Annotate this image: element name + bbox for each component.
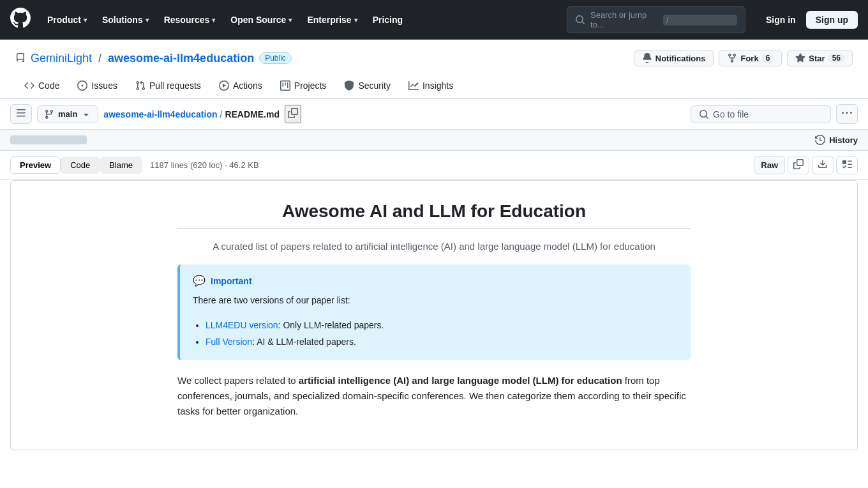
auth-buttons: Sign in Sign up — [761, 11, 858, 29]
nav-pricing[interactable]: Pricing — [366, 10, 409, 30]
history-button[interactable]: History — [815, 135, 858, 145]
star-icon — [795, 53, 805, 63]
bell-icon — [642, 53, 652, 63]
body-text-before: We collect papers related to — [177, 375, 299, 386]
star-button[interactable]: Star 56 — [787, 50, 853, 66]
callout-icon: 💬 — [193, 275, 206, 287]
repo-tabs: Code Issues Pull requests Actions Projec… — [15, 74, 853, 98]
copy-icon — [288, 108, 298, 118]
readme-callout: 💬 Important There are two versions of ou… — [177, 264, 691, 360]
tab-code[interactable]: Code — [15, 74, 68, 98]
projects-icon — [280, 80, 290, 91]
full-version-link[interactable]: Full Version — [206, 337, 252, 347]
notifications-button[interactable]: Notifications — [634, 50, 714, 66]
star-count: 56 — [828, 54, 844, 63]
nav-product[interactable]: Product ▾ — [41, 10, 93, 30]
llm4edu-link[interactable]: LLM4EDU version — [206, 320, 278, 330]
preview-tab[interactable]: Preview — [10, 156, 61, 174]
signin-button[interactable]: Sign in — [761, 11, 801, 28]
code-icon — [24, 80, 34, 91]
tab-projects[interactable]: Projects — [271, 74, 336, 98]
nav-open-source[interactable]: Open Source ▾ — [224, 10, 298, 30]
go-to-file-input[interactable]: Go to file — [691, 105, 831, 123]
blame-tab[interactable]: Blame — [100, 156, 142, 174]
list-item: Full Version: AI & LLM-related papers. — [206, 334, 678, 350]
tab-issues[interactable]: Issues — [68, 74, 126, 98]
repo-name-link[interactable]: awesome-ai-llm4education — [108, 52, 254, 65]
copy-icon — [793, 159, 804, 169]
repo-slash: / — [98, 52, 101, 65]
nav-enterprise[interactable]: Enterprise ▾ — [301, 10, 363, 30]
chevron-down-icon: ▾ — [354, 17, 357, 24]
breadcrumb-repo-link[interactable]: awesome-ai-llm4education — [103, 109, 217, 119]
commit-loading-bar — [10, 135, 87, 144]
chevron-down-icon: ▾ — [146, 17, 149, 24]
github-logo[interactable] — [10, 8, 31, 32]
breadcrumb-filename: README.md — [225, 109, 280, 119]
github-header: Product ▾ Solutions ▾ Resources ▾ Open S… — [0, 0, 868, 40]
history-icon — [815, 135, 825, 145]
actions-icon — [219, 80, 229, 91]
chevron-down-icon — [81, 109, 91, 119]
repo-header: GeminiLight / awesome-ai-llm4education P… — [0, 40, 868, 99]
nav-solutions[interactable]: Solutions ▾ — [96, 10, 155, 30]
code-tab[interactable]: Code — [61, 156, 100, 174]
signup-button[interactable]: Sign up — [806, 11, 858, 29]
issue-icon — [77, 80, 87, 91]
view-actions: Raw — [754, 156, 858, 174]
readme-body: Awesome AI and LLM for Education A curat… — [147, 181, 721, 450]
full-version-desc: : AI & LLM-related papers. — [252, 337, 356, 347]
repo-actions: Notifications Fork 6 Star 56 — [634, 50, 853, 66]
list-icon — [842, 159, 852, 169]
file-breadcrumb: awesome-ai-llm4education / README.md — [103, 109, 280, 119]
search-icon — [575, 15, 585, 25]
fork-icon — [727, 53, 737, 63]
branch-icon — [44, 109, 54, 119]
sidebar-icon — [16, 108, 26, 118]
search-icon — [699, 109, 709, 119]
branch-selector[interactable]: main — [37, 105, 98, 123]
view-tabs-bar: Preview Code Blame 1187 lines (620 loc) … — [0, 151, 868, 180]
search-area[interactable]: Search or jump to... / — [567, 6, 745, 33]
nav-resources[interactable]: Resources ▾ — [158, 10, 222, 30]
readme-subtitle: A curated list of papers related to arti… — [177, 239, 691, 254]
copy-path-button[interactable] — [285, 105, 301, 123]
sidebar-toggle-button[interactable] — [10, 104, 32, 124]
search-box[interactable]: Search or jump to... / — [567, 6, 745, 33]
tab-pullrequests[interactable]: Pull requests — [126, 74, 210, 98]
copy-raw-button[interactable] — [788, 156, 809, 174]
tab-security[interactable]: Security — [335, 74, 400, 98]
repo-owner-link[interactable]: GeminiLight — [31, 52, 92, 65]
insights-icon — [408, 80, 419, 91]
download-icon — [818, 159, 828, 169]
more-options-button[interactable] — [836, 104, 858, 124]
search-shortcut: / — [663, 15, 737, 26]
fork-button[interactable]: Fork 6 — [719, 50, 782, 66]
readme-container: Awesome AI and LLM for Education A curat… — [10, 180, 858, 450]
body-text-bold: artificial intelligence (AI) and large l… — [299, 375, 622, 386]
file-header: main awesome-ai-llm4education / README.m… — [0, 99, 868, 130]
file-info-bar: History — [0, 130, 868, 151]
fork-count: 6 — [762, 54, 774, 63]
list-item: LLM4EDU version: Only LLM-related papers… — [206, 317, 678, 333]
breadcrumb-separator: / — [220, 109, 223, 119]
llm4edu-desc: : Only LLM-related papers. — [278, 320, 384, 330]
readme-body-text: We collect papers related to artificial … — [177, 373, 691, 419]
chevron-down-icon: ▾ — [84, 17, 87, 24]
callout-title-text: Important — [211, 276, 252, 286]
callout-title-row: 💬 Important — [193, 275, 678, 287]
chevron-down-icon: ▾ — [288, 17, 292, 24]
chevron-down-icon: ▾ — [212, 17, 215, 24]
tab-insights[interactable]: Insights — [400, 74, 462, 98]
raw-button[interactable]: Raw — [754, 156, 785, 174]
download-button[interactable] — [812, 156, 834, 174]
repo-icon — [15, 53, 26, 63]
main-nav: Product ▾ Solutions ▾ Resources ▾ Open S… — [41, 10, 409, 30]
repo-title-row: GeminiLight / awesome-ai-llm4education P… — [15, 50, 853, 66]
pr-icon — [135, 80, 146, 91]
security-icon — [344, 80, 354, 91]
tab-actions[interactable]: Actions — [210, 74, 271, 98]
more-icon — [842, 108, 852, 118]
callout-intro-text: There are two versions of our paper list… — [193, 293, 678, 307]
outline-button[interactable] — [836, 156, 858, 174]
